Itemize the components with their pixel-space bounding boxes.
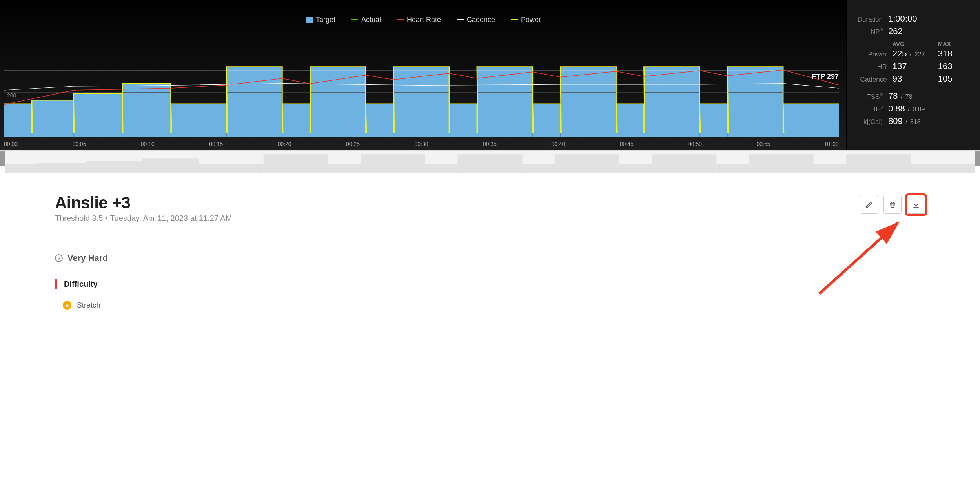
scrub-handle-right[interactable]: ⋮ — [975, 151, 980, 166]
kj-val: 809 — [888, 116, 903, 126]
chart-legend: Target Actual Heart Rate Cadence Power — [0, 16, 847, 24]
stats-panel: Duration 1:00:00 NP® 262 AVG MAX Power 2… — [847, 0, 980, 150]
chart-area[interactable]: Target Actual Heart Rate Cadence Power 2… — [0, 0, 847, 150]
legend-cadence-label: Cadence — [467, 16, 495, 24]
x-tick: 00:25 — [346, 141, 360, 147]
svg-rect-15 — [644, 67, 699, 137]
workout-graph-panel: Target Actual Heart Rate Cadence Power 2… — [0, 0, 980, 150]
workout-content: Ainslie +3 Threshold 3.5 • Tuesday, Apr … — [0, 166, 980, 325]
tss-goal: 78 — [904, 93, 913, 100]
actual-line-icon — [351, 19, 358, 20]
kj-goal: 818 — [909, 118, 921, 125]
target-swatch-icon — [306, 17, 313, 23]
svg-rect-1 — [32, 100, 73, 137]
svg-rect-17 — [727, 67, 783, 137]
legend-hr[interactable]: Heart Rate — [397, 16, 441, 24]
power-avg-goal: 227 — [913, 51, 925, 58]
delete-button[interactable] — [883, 196, 902, 214]
svg-rect-26 — [264, 154, 328, 173]
x-tick: 00:30 — [414, 141, 428, 147]
svg-rect-2 — [73, 94, 122, 137]
svg-rect-12 — [533, 104, 561, 137]
duration-label: Duration — [849, 16, 888, 24]
workout-subtitle: Threshold 3.5 • Tuesday, Apr 11, 2023 at… — [55, 214, 232, 223]
legend-target[interactable]: Target — [306, 16, 335, 24]
x-tick: 00:05 — [72, 141, 86, 147]
np-value: 262 — [888, 26, 903, 36]
svg-rect-28 — [361, 154, 425, 173]
edit-button[interactable] — [860, 196, 878, 214]
svg-rect-7 — [310, 67, 366, 137]
svg-rect-25 — [199, 164, 264, 173]
hr-line-icon — [397, 19, 404, 20]
legend-cadence[interactable]: Cadence — [457, 16, 495, 24]
svg-rect-33 — [619, 164, 652, 173]
svg-rect-5 — [226, 67, 282, 137]
svg-rect-32 — [555, 154, 619, 173]
x-tick: 00:35 — [483, 141, 497, 147]
difficulty-rating-row: ? Very Hard — [55, 253, 925, 263]
x-tick: 00:40 — [551, 141, 565, 147]
svg-rect-18 — [783, 104, 839, 137]
power-avg: 225 — [893, 49, 907, 58]
kj-label: kj(Cal) — [849, 118, 888, 126]
scrub-handle-left[interactable]: ⋮ — [0, 151, 5, 166]
download-button[interactable] — [907, 196, 925, 214]
svg-rect-31 — [522, 164, 554, 173]
power-label: Power — [849, 51, 893, 58]
x-tick: 00:20 — [278, 141, 291, 147]
cad-avg: 93 — [893, 74, 938, 84]
difficulty-accent-bar — [55, 279, 57, 289]
svg-rect-34 — [652, 154, 716, 173]
duration-value: 1:00:00 — [888, 14, 917, 24]
legend-hr-label: Heart Rate — [407, 16, 441, 24]
svg-rect-4 — [171, 104, 227, 137]
svg-rect-6 — [282, 104, 310, 137]
tss-label: TSS® — [849, 93, 888, 101]
stretch-badge-icon: S — [63, 301, 71, 310]
svg-rect-23 — [86, 161, 142, 173]
power-line-icon — [511, 19, 518, 20]
hr-avg: 137 — [893, 61, 938, 71]
difficulty-rating: Very Hard — [67, 253, 108, 263]
workout-actions — [860, 196, 925, 214]
svg-rect-39 — [911, 164, 975, 173]
difficulty-heading: Difficulty — [64, 280, 98, 289]
divider — [55, 238, 925, 238]
legend-power-label: Power — [521, 16, 541, 24]
svg-rect-38 — [846, 154, 911, 173]
svg-rect-0 — [4, 104, 32, 137]
svg-rect-36 — [749, 154, 814, 173]
svg-rect-16 — [699, 104, 727, 137]
x-axis-ticks: 00:0000:0500:1000:1500:2000:2500:3000:35… — [4, 141, 839, 147]
if-goal: 0.89 — [911, 106, 925, 113]
x-tick: 00:10 — [141, 141, 155, 147]
legend-power[interactable]: Power — [511, 16, 541, 24]
svg-rect-21 — [5, 164, 37, 173]
x-tick: 00:00 — [4, 141, 18, 147]
x-tick: 00:45 — [620, 141, 634, 147]
chart-svg — [4, 59, 839, 137]
avg-head: AVG — [892, 40, 938, 47]
svg-rect-35 — [716, 164, 749, 173]
legend-actual-label: Actual — [361, 16, 381, 24]
svg-rect-3 — [122, 84, 171, 137]
hr-label: HR — [849, 63, 893, 71]
if-label: IF® — [849, 105, 888, 113]
legend-target-label: Target — [316, 16, 335, 24]
scrub-mini-chart — [5, 152, 975, 173]
workout-title: Ainslie +3 — [55, 193, 232, 212]
svg-rect-29 — [425, 164, 457, 173]
legend-actual[interactable]: Actual — [351, 16, 381, 24]
difficulty-level-row: S Stretch — [55, 301, 925, 310]
x-tick: 00:15 — [209, 141, 223, 147]
power-max: 318 — [938, 49, 968, 59]
if-val: 0.88 — [888, 104, 905, 113]
svg-rect-14 — [616, 104, 644, 137]
tss-val: 78 — [888, 91, 898, 101]
x-tick: 00:55 — [756, 141, 770, 147]
cad-max: 105 — [938, 74, 968, 84]
svg-rect-13 — [561, 67, 616, 137]
timeline-scrubber[interactable]: ⋮ ⋮ — [0, 150, 980, 166]
help-icon[interactable]: ? — [55, 254, 63, 262]
